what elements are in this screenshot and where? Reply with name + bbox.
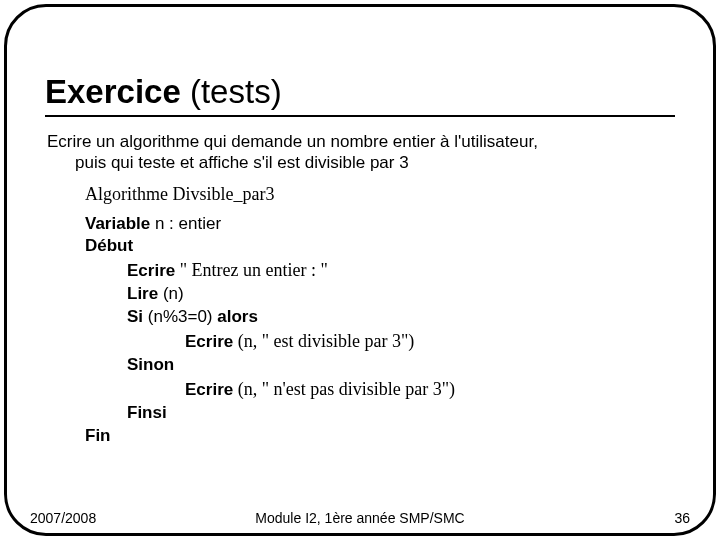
slide-footer: 2007/2008 Module I2, 1ère année SMP/SMC … (30, 510, 690, 526)
line-si: Si (n%3=0) alors (85, 306, 675, 329)
line-debut: Début (85, 235, 675, 258)
exercise-prompt: Ecrire un algorithme qui demande un nomb… (45, 131, 675, 174)
prompt-line-2: puis qui teste et affiche s'il est divis… (47, 152, 675, 173)
line-finsi: Finsi (85, 402, 675, 425)
line-ecrire-divisible: Ecrire (n, " est divisible par 3") (85, 329, 675, 354)
line-variable: Variable n : entier (85, 213, 675, 236)
algorithm-name: Algorithme Divsible_par3 (85, 184, 675, 205)
title-main: Exercice (45, 73, 181, 110)
prompt-line-1: Ecrire un algorithme qui demande un nomb… (47, 132, 538, 151)
algorithm-body: Variable n : entier Début Ecrire " Entre… (85, 213, 675, 448)
line-lire: Lire (n) (85, 283, 675, 306)
line-ecrire-prompt: Ecrire " Entrez un entier : " (85, 258, 675, 283)
line-ecrire-not-divisible: Ecrire (n, " n'est pas divisible par 3") (85, 377, 675, 402)
line-fin: Fin (85, 425, 675, 448)
line-sinon: Sinon (85, 354, 675, 377)
title-underline (45, 115, 675, 117)
slide-frame: Exercice (tests) Ecrire un algorithme qu… (4, 4, 716, 536)
title-sub: (tests) (181, 73, 282, 110)
footer-module: Module I2, 1ère année SMP/SMC (30, 510, 690, 526)
slide-title: Exercice (tests) (45, 73, 675, 111)
